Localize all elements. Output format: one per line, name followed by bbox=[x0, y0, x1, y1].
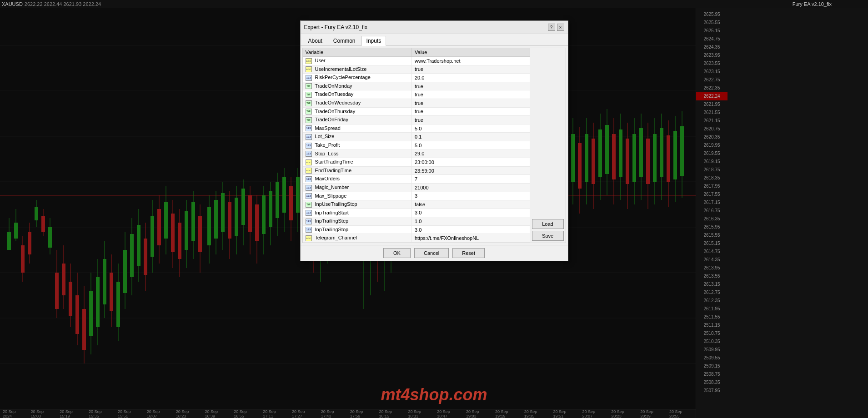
parameters-table-container[interactable]: Variable Value abc User www.Tradershop.n… bbox=[303, 48, 530, 243]
value-cell[interactable]: 29.0 bbox=[412, 149, 530, 158]
load-button[interactable]: Load bbox=[532, 219, 564, 229]
var-icon: 123 bbox=[306, 151, 312, 157]
table-row[interactable]: 123 Lot_Size 0.1 bbox=[303, 133, 530, 141]
variable-cell: 123 InpTrailingStop bbox=[303, 225, 412, 234]
reset-button[interactable]: Reset bbox=[452, 248, 485, 258]
variable-cell: 123 MaxOrders bbox=[303, 175, 412, 184]
value-cell[interactable]: 1.0 bbox=[412, 217, 530, 226]
value-cell[interactable]: true bbox=[412, 99, 530, 107]
value-cell[interactable]: 23:00:00 bbox=[412, 158, 530, 167]
variable-name: Take_Profit bbox=[315, 142, 340, 148]
table-row[interactable]: 123 MaxOrders 7 bbox=[303, 175, 530, 184]
var-icon: 123 bbox=[306, 185, 312, 191]
value-cell[interactable]: 3.0 bbox=[412, 225, 530, 234]
value-cell[interactable]: www.Tradershop.net bbox=[412, 57, 530, 65]
var-icon: T/F bbox=[306, 109, 312, 114]
variable-name: InpTrailingStart bbox=[315, 210, 349, 215]
var-icon: abc bbox=[306, 235, 312, 241]
table-row[interactable]: T/F TradeOnMonday true bbox=[303, 82, 530, 90]
variable-name: TradeOnMonday bbox=[315, 83, 352, 89]
variable-cell: T/F InpUseTrailingStop bbox=[303, 200, 412, 209]
table-row[interactable]: abc User www.Tradershop.net bbox=[303, 57, 530, 65]
expert-dialog[interactable]: Expert - Fury EA v2.10_fix ? × About Com… bbox=[300, 20, 568, 261]
value-cell[interactable]: 7 bbox=[412, 175, 530, 184]
ea-name: Fury EA v2.10_fix bbox=[793, 1, 832, 7]
variable-cell: 123 Lot_Size bbox=[303, 133, 412, 141]
variable-name: MaxSpread bbox=[315, 125, 341, 131]
dialog-body: Variable Value abc User www.Tradershop.n… bbox=[302, 48, 566, 243]
value-cell[interactable]: 5.0 bbox=[412, 124, 530, 133]
value-cell[interactable]: https://t.me/FXOnlineshopNL bbox=[412, 234, 530, 243]
table-row[interactable]: T/F TradeOnTuesday true bbox=[303, 90, 530, 99]
table-row[interactable]: T/F TradeOnWednesday true bbox=[303, 99, 530, 107]
value-cell[interactable]: 20.0 bbox=[412, 74, 530, 82]
dialog-controls: ? × bbox=[548, 24, 564, 31]
value-cell[interactable]: true bbox=[412, 65, 530, 74]
table-row[interactable]: 123 RiskPerCyclePercentage 20.0 bbox=[303, 74, 530, 82]
tab-inputs[interactable]: Inputs bbox=[361, 36, 386, 46]
variable-cell: 123 InpTrailingStep bbox=[303, 217, 412, 226]
variable-cell: 123 InpTrailingStart bbox=[303, 209, 412, 217]
save-button[interactable]: Save bbox=[532, 231, 564, 241]
table-row[interactable]: T/F InpUseTrailingStop false bbox=[303, 200, 530, 209]
variable-name: Max_Slippage bbox=[315, 193, 347, 199]
value-cell[interactable]: 5.0 bbox=[412, 141, 530, 149]
tab-common[interactable]: Common bbox=[328, 36, 361, 45]
value-cell[interactable]: true bbox=[412, 82, 530, 90]
table-row[interactable]: 123 Take_Profit 5.0 bbox=[303, 141, 530, 149]
table-row[interactable]: 123 Magic_Number 21000 bbox=[303, 183, 530, 192]
var-icon: abc bbox=[306, 168, 312, 174]
value-cell[interactable]: 0.1 bbox=[412, 133, 530, 141]
var-icon: T/F bbox=[306, 83, 312, 89]
variable-name: TradeOnWednesday bbox=[315, 100, 361, 105]
table-row[interactable]: 123 MaxSpread 5.0 bbox=[303, 124, 530, 133]
value-cell[interactable]: true bbox=[412, 116, 530, 124]
value-cell[interactable]: 21000 bbox=[412, 183, 530, 192]
table-row[interactable]: 123 InpTrailingStart 3.0 bbox=[303, 209, 530, 217]
variable-name: Lot_Size bbox=[315, 134, 335, 139]
variable-name: RiskPerCyclePercentage bbox=[315, 75, 371, 80]
var-icon: T/F bbox=[306, 202, 312, 208]
col-variable: Variable bbox=[303, 48, 412, 57]
table-row[interactable]: abc EndTradingTime 23:59:00 bbox=[303, 166, 530, 175]
table-row[interactable]: T/F TradeOnThursday true bbox=[303, 107, 530, 116]
var-icon: 123 bbox=[306, 193, 312, 199]
table-row[interactable]: 123 Stop_Loss 29.0 bbox=[303, 149, 530, 158]
variable-name: TradeOnFriday bbox=[315, 117, 348, 122]
variable-cell: T/F TradeOnMonday bbox=[303, 82, 412, 90]
var-icon: abc bbox=[306, 58, 312, 64]
dialog-titlebar: Expert - Fury EA v2.10_fix ? × bbox=[301, 21, 568, 34]
table-row[interactable]: abc Telegram_Channel https://t.me/FXOnli… bbox=[303, 234, 530, 243]
variable-cell: abc StartTradingTime bbox=[303, 158, 412, 167]
cancel-button[interactable]: Cancel bbox=[414, 248, 449, 258]
var-icon: abc bbox=[306, 159, 312, 165]
table-row[interactable]: 123 Max_Slippage 3 bbox=[303, 192, 530, 200]
close-button[interactable]: × bbox=[557, 24, 564, 31]
table-row[interactable]: 123 InpTrailingStop 3.0 bbox=[303, 225, 530, 234]
variable-name: InpTrailingStop bbox=[315, 227, 349, 232]
value-cell[interactable]: true bbox=[412, 90, 530, 99]
variable-name: MaxOrders bbox=[315, 176, 340, 181]
ok-button[interactable]: OK bbox=[383, 248, 411, 258]
tab-about[interactable]: About bbox=[303, 36, 327, 45]
value-cell[interactable]: 3 bbox=[412, 192, 530, 200]
help-button[interactable]: ? bbox=[548, 24, 555, 31]
table-row[interactable]: abc StartTradingTime 23:00:00 bbox=[303, 158, 530, 167]
variable-cell: abc User bbox=[303, 57, 412, 65]
var-icon: 123 bbox=[306, 143, 312, 149]
variable-cell: T/F TradeOnFriday bbox=[303, 116, 412, 124]
table-row[interactable]: T/F TradeOnFriday true bbox=[303, 116, 530, 124]
var-icon: 123 bbox=[306, 75, 312, 81]
var-icon: 123 bbox=[306, 134, 312, 140]
value-cell[interactable]: false bbox=[412, 200, 530, 209]
table-row[interactable]: abc UseIncrementalLotSize true bbox=[303, 65, 530, 74]
variable-cell: 123 Stop_Loss bbox=[303, 149, 412, 158]
value-cell[interactable]: 23:59:00 bbox=[412, 166, 530, 175]
value-cell[interactable]: true bbox=[412, 107, 530, 116]
ticker-prices: 2622.22 2622.44 2621.93 2622.24 bbox=[25, 1, 101, 7]
var-icon: T/F bbox=[306, 117, 312, 123]
var-icon: 123 bbox=[306, 210, 312, 216]
variable-name: Magic_Number bbox=[315, 184, 349, 190]
value-cell[interactable]: 3.0 bbox=[412, 209, 530, 217]
table-row[interactable]: 123 InpTrailingStep 1.0 bbox=[303, 217, 530, 226]
